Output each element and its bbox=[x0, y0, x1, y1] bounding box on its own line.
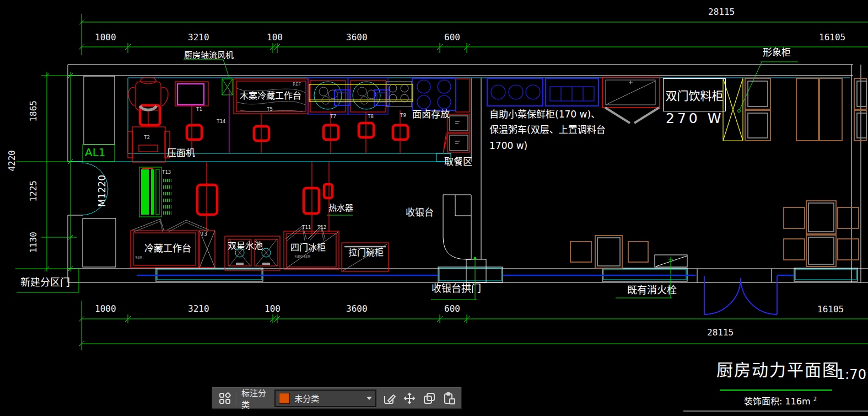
dim-bottom-seg-16105: 16105 bbox=[817, 305, 844, 314]
power-outlets bbox=[140, 105, 408, 215]
ref-tag: REF bbox=[293, 83, 301, 87]
tag-t11: T11 bbox=[302, 225, 311, 230]
t13-tiny-notes bbox=[163, 180, 171, 213]
dim-left-seg-1130: 1130 bbox=[29, 232, 38, 253]
sliding-cupboard-label: 拉门碗柜 bbox=[348, 248, 384, 257]
dim-left-seg-1225: 1225 bbox=[29, 180, 38, 202]
pickup-area-label: 取餐区 bbox=[444, 157, 472, 167]
door-label: M1220 bbox=[98, 175, 107, 207]
entry-door-arcs bbox=[704, 276, 777, 314]
furniture-gray-inner bbox=[597, 81, 866, 266]
dim-bottom-total: 28115 bbox=[707, 328, 734, 337]
braised-storage-label: 面卤存放 bbox=[412, 110, 450, 119]
tag-t9: T9 bbox=[400, 113, 406, 118]
wood-cold-table-label: 木案冷藏工作台 bbox=[240, 92, 301, 100]
area-value: 装饰面积: 116m bbox=[744, 396, 811, 407]
four-door-fridge-label: 四门冰柜 bbox=[290, 243, 326, 252]
tag-t8: T8 bbox=[368, 114, 374, 119]
dim-top-seg-3600: 3600 bbox=[346, 33, 368, 42]
noodle-machine-label: 压面机 bbox=[167, 148, 195, 158]
tag-t1: T1 bbox=[196, 107, 202, 112]
tag-t12: T12 bbox=[317, 225, 326, 230]
cold-worktable-ref: REF bbox=[135, 256, 142, 260]
tag-t7: T7 bbox=[330, 114, 336, 119]
paste-icon[interactable] bbox=[442, 391, 456, 405]
drawing-title: 厨房动力平面图 bbox=[716, 362, 840, 378]
drawing-linework bbox=[0, 0, 868, 416]
drawing-scale: 1:70 bbox=[837, 368, 866, 381]
dim-top-total: 28115 bbox=[708, 8, 735, 17]
category-dropdown[interactable]: 未分类 bbox=[274, 390, 376, 407]
dim-bottom-seg-1000: 1000 bbox=[95, 305, 116, 313]
note-line3: 1700 w) bbox=[489, 141, 527, 151]
dim-top-seg-16105: 16105 bbox=[819, 33, 845, 42]
tag-t2: T2 bbox=[144, 135, 150, 140]
drink-cabinet-label: 双门饮料柜 bbox=[663, 78, 726, 111]
dim-bottom-seg-100: 100 bbox=[265, 305, 281, 313]
fridge-ref: REF/REF bbox=[294, 255, 310, 259]
dim-bottom-seg-3600: 3600 bbox=[346, 305, 368, 313]
dim-top-seg-100: 100 bbox=[267, 33, 283, 42]
area-text: 装饰面积: 116m 2 bbox=[744, 397, 817, 406]
dim-bottom-seg-600: 600 bbox=[444, 305, 460, 313]
double-sink-label: 双星水池 bbox=[228, 242, 263, 250]
dim-top-seg-3210: 3210 bbox=[188, 33, 209, 42]
image-cabinet-label: 形象柜 bbox=[763, 48, 791, 57]
dim-top-seg-1000: 1000 bbox=[95, 33, 116, 42]
dim-left-seg-1865: 1865 bbox=[29, 100, 38, 122]
cashier-arch-label: 收银台拱门 bbox=[432, 284, 481, 294]
tag-t14: T14 bbox=[217, 119, 225, 124]
category-color-swatch bbox=[279, 393, 290, 404]
dim-left-total: 4220 bbox=[8, 150, 17, 172]
annotation-toolbar: 标注分类 未分类 bbox=[212, 387, 461, 409]
drink-cabinet-power: 270 W bbox=[666, 111, 724, 125]
edit-icon[interactable] bbox=[382, 391, 396, 405]
new-partition-door-label: 新建分区门 bbox=[20, 278, 70, 287]
tag-t3: T3 bbox=[201, 232, 207, 237]
tag-t13: T13 bbox=[162, 170, 171, 175]
t13-equipment-fill bbox=[141, 169, 154, 215]
axial-fan-label: 厨房轴流风机 bbox=[184, 51, 234, 60]
cold-worktable-label: 冷藏工作台 bbox=[144, 244, 191, 253]
category-selected-value: 未分类 bbox=[294, 392, 364, 404]
cad-viewport[interactable]: 28115 1000 3210 100 3600 600 16105 1000 … bbox=[0, 0, 868, 416]
fire-hydrant-label: 既有消火栓 bbox=[627, 285, 677, 295]
note-line1: 自助小菜保鲜柜(170 w)、 bbox=[489, 110, 600, 119]
category-grid-icon[interactable] bbox=[218, 391, 231, 405]
dim-bottom-seg-3210: 3210 bbox=[188, 305, 209, 313]
water-heater-label: 热水器 bbox=[328, 204, 353, 212]
panel-label: AL1 bbox=[85, 147, 106, 158]
toolbar-divider bbox=[236, 391, 237, 406]
chevron-down-icon bbox=[366, 397, 372, 400]
note-line2: 保温粥车(双层、上置调料台 bbox=[489, 125, 606, 135]
category-label: 标注分类 bbox=[241, 387, 271, 410]
tag-t5: T5 bbox=[267, 107, 273, 112]
dim-top-seg-600: 600 bbox=[444, 33, 460, 42]
cashier-label: 收银台 bbox=[406, 208, 434, 217]
move-icon[interactable] bbox=[402, 391, 416, 405]
area-sup: 2 bbox=[813, 396, 817, 402]
copy-icon[interactable] bbox=[422, 391, 436, 405]
